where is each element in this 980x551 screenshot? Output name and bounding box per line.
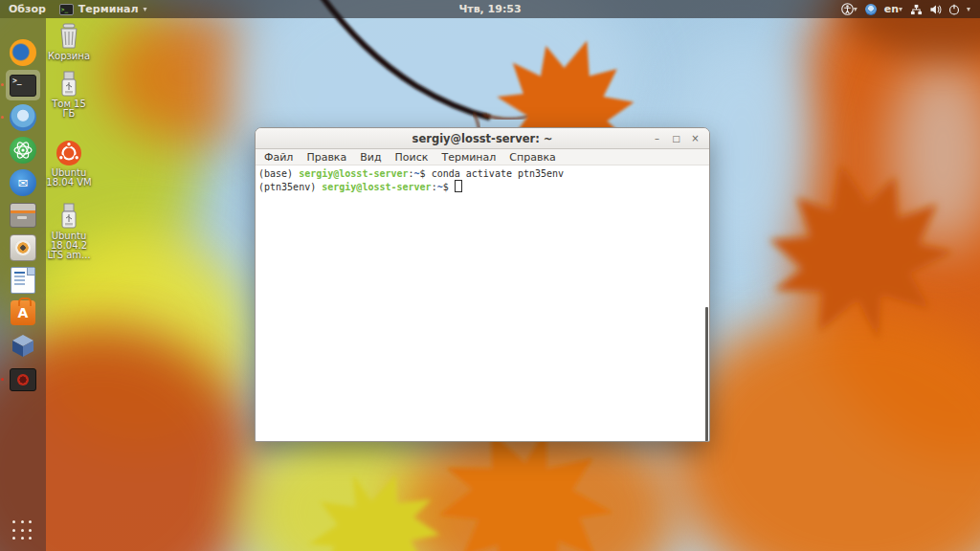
power-icon (948, 4, 960, 15)
chevron-down-icon: ▾ (967, 5, 970, 13)
menu-terminal[interactable]: Терминал (434, 151, 502, 164)
app-indicator[interactable] (865, 4, 877, 15)
dock-item-anaconda-navigator[interactable] (6, 135, 40, 165)
terminal-line: (ptn35env) sergiy@losst-server:~$ (258, 180, 709, 193)
menu-help[interactable]: Справка (502, 151, 562, 164)
terminal-cursor (455, 180, 462, 192)
grid-dot (21, 537, 24, 540)
user-host-text: sergiy@losst-server (322, 182, 431, 192)
terminal-icon: >_ (10, 75, 36, 97)
terminal-content[interactable]: (base) sergiy@losst-server:~$ conda acti… (256, 165, 709, 441)
accessibility-icon (841, 3, 854, 15)
grid-dot (29, 520, 32, 523)
usb-drive-icon (42, 203, 96, 230)
scrollbar-thumb[interactable] (705, 307, 708, 441)
terminal-menubar: Файл Правка Вид Поиск Терминал Справка (256, 149, 709, 165)
menu-view[interactable]: Вид (353, 151, 388, 164)
anaconda-navigator-icon (10, 137, 36, 164)
firefox-icon (10, 39, 36, 66)
desktop: Обзор >_ Терминал ▾ Чтв, 19:53 ▾ en (0, 0, 980, 551)
desktop-icon-ubuntu-usb[interactable]: Ubuntu 18.04.2 LTS am... (42, 203, 96, 260)
grid-dot (29, 537, 32, 540)
dock-item-ubuntu-software[interactable]: A (6, 298, 40, 328)
maple-leaf-bottom-yellow (292, 452, 458, 551)
desktop-icon-trash[interactable]: Корзина (42, 23, 96, 61)
menu-search[interactable]: Поиск (389, 151, 435, 164)
branch (319, 0, 536, 130)
running-indicator-dot (1, 378, 4, 381)
dock-item-files[interactable] (6, 200, 40, 231)
blue-app-indicator-icon (865, 4, 877, 15)
running-indicator-dot (1, 116, 4, 119)
desktop-icon-label: Том 15 ГБ (42, 99, 96, 119)
menu-file[interactable]: Файл (257, 151, 300, 164)
files-icon (10, 203, 36, 228)
grid-dot (29, 529, 32, 532)
window-titlebar[interactable]: sergiy@losst-server: ~ – □ × (256, 128, 709, 149)
dock-item-virtualbox[interactable] (6, 330, 40, 361)
chevron-down-icon: ▾ (899, 5, 902, 13)
top-bar: Обзор >_ Терминал ▾ Чтв, 19:53 ▾ en (0, 0, 980, 18)
system-menu[interactable]: ▾ (910, 4, 970, 15)
dock-item-rhythmbox[interactable] (6, 232, 40, 263)
trash-icon (42, 23, 96, 50)
dock: >_ ✉ A (0, 18, 46, 551)
dock-item-thunderbird[interactable]: ✉ (6, 167, 40, 198)
clock-button[interactable]: Чтв, 19:53 (0, 3, 980, 15)
language-label: en (884, 3, 899, 15)
libreoffice-writer-icon (11, 267, 35, 294)
chevron-down-icon: ▾ (854, 5, 858, 13)
usb-drive-icon (42, 71, 96, 98)
volume-icon (929, 4, 942, 15)
dock-item-libreoffice-writer[interactable] (6, 265, 40, 296)
minimize-button[interactable]: – (652, 134, 662, 143)
grid-dot (12, 529, 15, 532)
desktop-icon-volume-15gb[interactable]: Том 15 ГБ (42, 71, 96, 119)
virtualbox-icon (10, 332, 36, 359)
grid-dot (21, 520, 24, 523)
grid-dot (12, 520, 15, 523)
desktop-icon-label: Ubuntu 18.04.2 LTS am... (42, 231, 96, 260)
dock-item-chromium[interactable] (6, 102, 40, 133)
speaker-glyph (15, 240, 31, 255)
chromium-icon (10, 104, 36, 131)
thunderbird-icon: ✉ (10, 169, 36, 196)
dock-item-firefox[interactable] (6, 37, 40, 68)
show-applications-button[interactable] (12, 520, 33, 541)
grid-dot (12, 537, 15, 540)
record-glyph (17, 374, 29, 386)
ubuntu-software-icon: A (11, 300, 35, 325)
language-menu[interactable]: en ▾ (884, 3, 902, 15)
terminal-line: (base) sergiy@losst-server:~$ conda acti… (258, 167, 709, 180)
ubuntu-logo-icon (42, 140, 96, 166)
screen-recorder-icon (10, 368, 36, 391)
user-host-text: sergiy@losst-server (299, 168, 408, 179)
maximize-button[interactable]: □ (671, 134, 681, 143)
close-button[interactable]: × (690, 134, 701, 143)
terminal-window: sergiy@losst-server: ~ – □ × Файл Правка… (255, 127, 710, 442)
desktop-icon-label: Ubuntu 18.04 VM (42, 168, 96, 187)
dock-item-terminal[interactable]: >_ (6, 70, 40, 100)
accessibility-menu[interactable]: ▾ (841, 3, 858, 15)
maple-leaf-right (751, 144, 969, 360)
rhythmbox-icon (10, 234, 36, 261)
desktop-icon-ubuntu-vm[interactable]: Ubuntu 18.04 VM (42, 140, 96, 187)
running-indicator-dot (1, 83, 4, 86)
grid-dot (21, 529, 24, 532)
network-wired-icon (910, 4, 923, 15)
desktop-icon-label: Корзина (42, 52, 96, 61)
atom-glyph (12, 140, 33, 161)
command-text: conda activate ptn35env (432, 168, 564, 179)
window-title: sergiy@losst-server: ~ (256, 132, 709, 145)
menu-edit[interactable]: Правка (300, 151, 353, 164)
dock-item-screen-recorder[interactable] (6, 364, 40, 395)
